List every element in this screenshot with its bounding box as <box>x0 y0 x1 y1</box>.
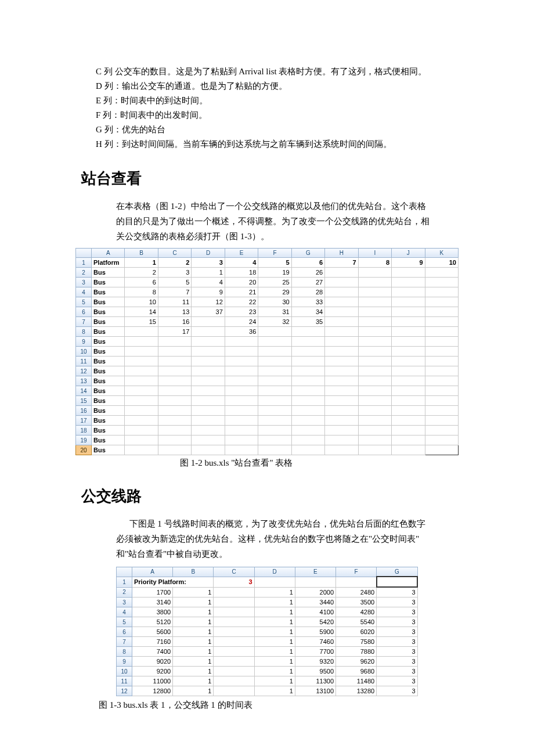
cell <box>192 327 225 337</box>
cell: 30 <box>258 297 291 307</box>
figure-1-3-caption: 图 1-3 bus.xls 表 1，公交线路 1 的时间表 <box>99 700 493 711</box>
cell <box>214 617 254 627</box>
cell <box>125 426 158 435</box>
cell <box>358 347 391 357</box>
cell: 7400 <box>132 647 173 657</box>
cell <box>291 426 324 435</box>
cell <box>425 278 458 287</box>
cell <box>225 445 258 455</box>
cell <box>125 416 158 426</box>
cell: 3140 <box>132 597 173 607</box>
cell <box>325 426 358 435</box>
cell <box>392 426 425 435</box>
cell <box>358 416 391 426</box>
cell <box>336 577 377 587</box>
cell: 21 <box>225 287 258 297</box>
cell: 7 <box>158 287 191 297</box>
cell <box>192 445 225 455</box>
desc-e: E 列：时间表中的到达时间。 <box>96 93 493 107</box>
cell: 7 <box>325 258 358 268</box>
cell: 13 <box>158 307 191 317</box>
section-platform-heading: 站台查看 <box>81 168 493 189</box>
cell <box>192 317 225 327</box>
cell <box>291 366 324 376</box>
row-header: 4 <box>76 287 92 297</box>
cell: 9320 <box>295 657 335 667</box>
cell <box>214 627 254 637</box>
cell: 1 <box>173 647 214 657</box>
cell <box>291 416 324 426</box>
row-header: 7 <box>117 637 132 647</box>
cell <box>258 366 291 376</box>
cell: 9680 <box>336 667 377 676</box>
cell: 28 <box>291 287 324 297</box>
cell <box>392 347 425 357</box>
col-header: D <box>192 249 225 258</box>
cell <box>192 357 225 366</box>
priority-label: Priority Platform: <box>132 577 214 587</box>
cell: 3 <box>377 657 417 667</box>
cell: 27 <box>291 278 324 287</box>
desc-c: C 列 公交车的数目。这是为了粘贴到 Arrival list 表格时方便。有了… <box>96 64 493 78</box>
cell: 3 <box>377 676 417 686</box>
cell <box>325 297 358 307</box>
cell <box>125 406 158 416</box>
cell <box>192 426 225 435</box>
row-header: 8 <box>76 327 92 337</box>
cell: Bus <box>92 278 125 287</box>
cell: 4280 <box>336 607 377 617</box>
row-header: 6 <box>117 627 132 637</box>
cell: 2 <box>125 268 158 278</box>
cell <box>158 396 191 406</box>
cell <box>325 416 358 426</box>
cell <box>125 347 158 357</box>
corner-cell <box>117 567 132 577</box>
cell: 35 <box>291 317 324 327</box>
cell: 37 <box>192 307 225 317</box>
row-header: 11 <box>117 676 132 686</box>
cell: 1 <box>173 617 214 627</box>
col-header: F <box>258 249 291 258</box>
col-header: G <box>291 249 324 258</box>
row-header: 3 <box>76 278 92 287</box>
cell <box>192 396 225 406</box>
cell: 11 <box>158 297 191 307</box>
cell <box>392 278 425 287</box>
cell <box>392 435 425 445</box>
cell <box>225 366 258 376</box>
cell: 1700 <box>132 587 173 597</box>
cell <box>392 268 425 278</box>
cell <box>192 366 225 376</box>
cell: 1 <box>173 607 214 617</box>
cell: Bus <box>92 406 125 416</box>
cell <box>358 435 391 445</box>
cell: 1 <box>173 597 214 607</box>
cell: 19 <box>258 268 291 278</box>
cell: Bus <box>92 366 125 376</box>
row-header: 6 <box>76 307 92 317</box>
cell <box>214 647 254 657</box>
cell <box>214 587 254 597</box>
cell: 1 <box>173 676 214 686</box>
cell: 2 <box>158 258 191 268</box>
row-header: 2 <box>76 268 92 278</box>
cell: 7700 <box>295 647 335 657</box>
cell: 22 <box>225 297 258 307</box>
cell: 1 <box>254 597 295 607</box>
cell <box>425 327 458 337</box>
cell: 1 <box>254 607 295 617</box>
col-header: K <box>425 249 458 258</box>
cell <box>392 307 425 317</box>
col-header: D <box>254 567 295 577</box>
cell <box>325 337 358 347</box>
cell <box>225 416 258 426</box>
cell <box>392 357 425 366</box>
cell <box>325 317 358 327</box>
row-header: 1 <box>76 258 92 268</box>
cell: 9500 <box>295 667 335 676</box>
priority-value: 3 <box>214 577 254 587</box>
row-header: 3 <box>117 597 132 607</box>
cell: 12800 <box>132 686 173 696</box>
cell: Bus <box>92 357 125 366</box>
cell: 6 <box>125 278 158 287</box>
